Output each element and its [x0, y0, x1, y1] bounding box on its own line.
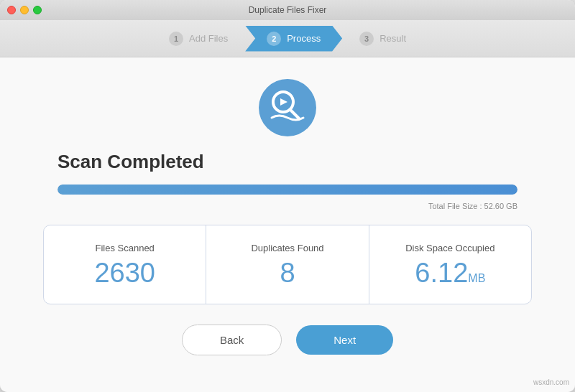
minimize-button[interactable] — [20, 6, 29, 14]
progress-container — [43, 185, 532, 195]
stat-duplicates-found: Duplicates Found 8 — [206, 225, 369, 304]
scan-title: Scan Completed — [58, 151, 204, 173]
step-add-files[interactable]: 1 Add Files — [152, 26, 245, 52]
step-1-label: Add Files — [189, 33, 228, 44]
file-size-label: Total File Size : 52.60 GB — [43, 202, 532, 210]
window-title: Duplicate Files Fixer — [249, 5, 327, 15]
app-icon — [259, 79, 316, 136]
step-2-label: Process — [287, 33, 321, 44]
close-button[interactable] — [7, 6, 16, 14]
title-bar: Duplicate Files Fixer — [0, 0, 575, 20]
step-3-label: Result — [380, 33, 406, 44]
files-scanned-label: Files Scanned — [95, 243, 154, 253]
maximize-button[interactable] — [33, 6, 42, 14]
step-navigation: 1 Add Files 2 Process 3 Result — [0, 20, 575, 57]
app-window: Duplicate Files Fixer 1 Add Files 2 Proc… — [0, 0, 575, 392]
svg-point-0 — [259, 79, 316, 136]
step-1-circle: 1 — [169, 32, 183, 46]
disk-space-unit: MB — [468, 272, 485, 284]
button-row: Back Next — [182, 325, 393, 355]
window-controls — [7, 6, 42, 14]
disk-space-number: 6.12 — [415, 258, 468, 288]
disk-space-value: 6.12MB — [415, 259, 485, 286]
next-button[interactable]: Next — [296, 325, 393, 355]
progress-bar-fill — [58, 185, 518, 195]
watermark: wsxdn.com — [533, 378, 569, 386]
stat-disk-space: Disk Space Occupied 6.12MB — [369, 225, 531, 304]
duplicates-found-label: Duplicates Found — [251, 243, 323, 253]
stats-box: Files Scanned 2630 Duplicates Found 8 Di… — [43, 225, 532, 304]
duplicates-found-value: 8 — [280, 259, 295, 286]
files-scanned-value: 2630 — [94, 259, 155, 286]
step-3-circle: 3 — [359, 32, 374, 46]
main-content: Scan Completed Total File Size : 52.60 G… — [0, 57, 575, 392]
back-button[interactable]: Back — [182, 325, 282, 355]
progress-bar-background — [58, 185, 518, 195]
step-process[interactable]: 2 Process — [245, 26, 342, 52]
step-2-circle: 2 — [267, 32, 281, 46]
disk-space-label: Disk Space Occupied — [405, 243, 494, 253]
step-result[interactable]: 3 Result — [342, 26, 423, 52]
stat-files-scanned: Files Scanned 2630 — [44, 225, 206, 304]
